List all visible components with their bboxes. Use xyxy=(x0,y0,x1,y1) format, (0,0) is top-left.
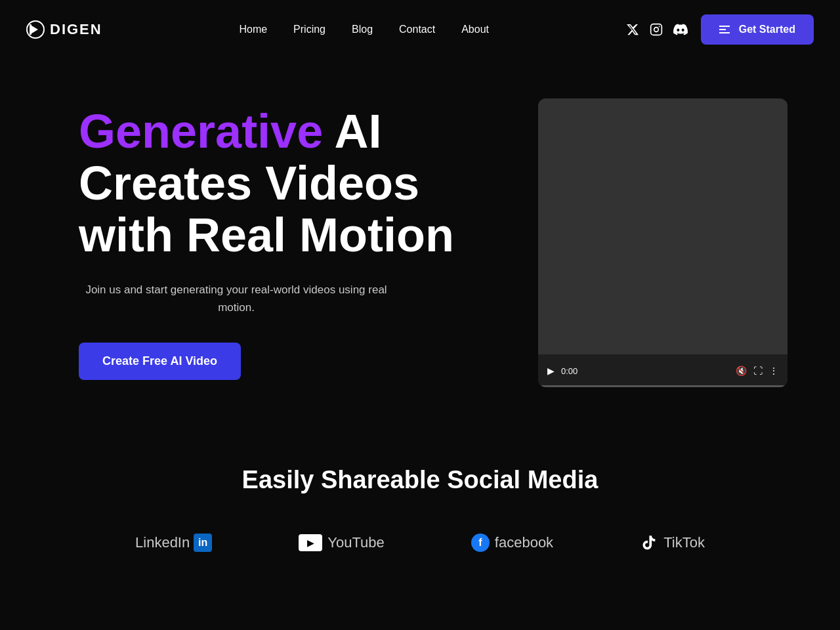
facebook-text: facebook xyxy=(495,534,553,551)
video-player: ▶ 0:00 🔇 ⛶ ⋮ xyxy=(538,98,788,387)
logo-icon xyxy=(26,20,45,39)
video-progress-bar[interactable] xyxy=(538,385,788,387)
youtube-text: YouTube xyxy=(327,534,384,551)
fullscreen-icon[interactable]: ⛶ xyxy=(753,366,763,376)
linkedin-icon: in xyxy=(194,534,212,552)
get-started-button[interactable]: Get Started xyxy=(701,14,814,45)
hero-title: Generative AICreates Videoswith Real Mot… xyxy=(79,106,454,262)
more-options-icon[interactable]: ⋮ xyxy=(769,366,778,376)
video-control-icons: 🔇 ⛶ ⋮ xyxy=(736,366,778,376)
instagram-icon[interactable] xyxy=(650,23,663,36)
nav-about[interactable]: About xyxy=(461,24,489,35)
nav-links: Home Pricing Blog Contact About xyxy=(239,24,489,35)
facebook-logo[interactable]: f facebook xyxy=(471,534,553,552)
video-content xyxy=(538,98,788,354)
nav-social-icons xyxy=(626,22,688,37)
video-time: 0:00 xyxy=(561,366,578,376)
nav-home[interactable]: Home xyxy=(239,24,267,35)
linkedin-logo[interactable]: LinkedIn in xyxy=(135,534,212,552)
facebook-icon: f xyxy=(471,534,490,552)
logo-text: DIGEN xyxy=(50,21,102,38)
linkedin-text: LinkedIn xyxy=(135,534,190,551)
tiktok-icon xyxy=(640,534,658,552)
social-media-section: Easily Shareable Social Media LinkedIn i… xyxy=(0,427,840,591)
navbar: DIGEN Home Pricing Blog Contact About xyxy=(0,0,840,59)
logo[interactable]: DIGEN xyxy=(26,20,102,39)
youtube-logo[interactable]: ▶ YouTube xyxy=(299,534,384,551)
video-play-button[interactable]: ▶ xyxy=(547,366,555,376)
svg-rect-1 xyxy=(30,24,32,35)
svg-point-4 xyxy=(658,26,660,28)
create-free-video-button[interactable]: Create Free AI Video xyxy=(79,343,241,380)
bars-icon xyxy=(719,26,730,33)
tiktok-logo[interactable]: TikTok xyxy=(640,534,705,552)
video-controls: ▶ 0:00 🔇 ⛶ ⋮ xyxy=(538,354,788,387)
nav-contact[interactable]: Contact xyxy=(399,24,435,35)
tiktok-text: TikTok xyxy=(663,534,705,551)
social-logos: LinkedIn in ▶ YouTube f facebook TikTok xyxy=(52,534,788,552)
nav-pricing[interactable]: Pricing xyxy=(293,24,326,35)
social-section-title: Easily Shareable Social Media xyxy=(52,466,788,494)
svg-point-3 xyxy=(654,28,658,32)
hero-section: Generative AICreates Videoswith Real Mot… xyxy=(0,59,840,427)
mute-icon[interactable]: 🔇 xyxy=(736,366,747,376)
hero-title-purple: Generative xyxy=(79,105,323,158)
nav-right: Get Started xyxy=(626,14,814,45)
svg-rect-2 xyxy=(650,24,662,35)
twitter-icon[interactable] xyxy=(626,23,639,36)
hero-right: ▶ 0:00 🔇 ⛶ ⋮ xyxy=(538,98,788,387)
hero-left: Generative AICreates Videoswith Real Mot… xyxy=(79,106,454,381)
nav-blog[interactable]: Blog xyxy=(352,24,373,35)
discord-icon[interactable] xyxy=(673,22,688,37)
youtube-icon: ▶ xyxy=(299,534,322,551)
hero-subtitle: Join us and start generating your real-w… xyxy=(79,281,394,316)
